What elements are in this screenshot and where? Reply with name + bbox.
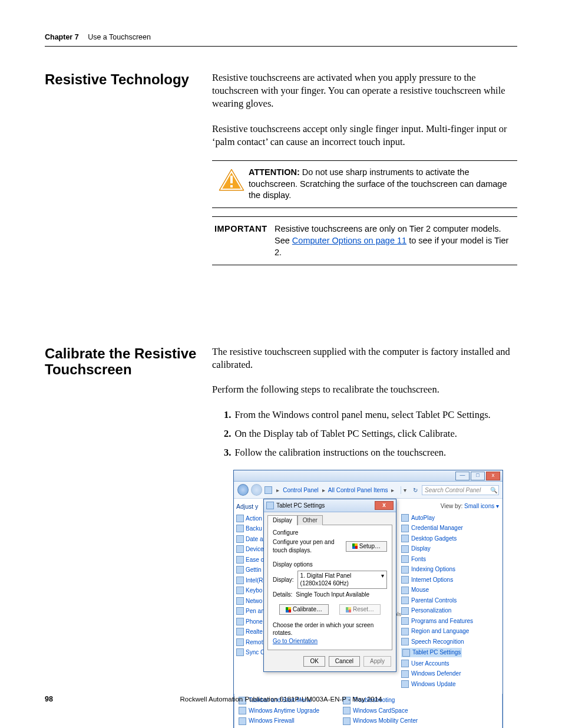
list-item[interactable]: Backu <box>236 525 262 533</box>
credential-icon <box>401 525 409 532</box>
list-item[interactable]: Credential Manager <box>401 524 499 532</box>
display-value: 1. Digital Flat Panel (1280x1024 60Hz) <box>300 572 381 588</box>
list-item[interactable]: Windows Defender <box>401 670 499 678</box>
list-item[interactable]: Personalization <box>401 607 499 615</box>
calibrate-button[interactable]: Calibrate… <box>279 604 329 615</box>
list-item[interactable]: Mouse <box>401 586 499 594</box>
computer-options-link[interactable]: Computer Options on page 11 <box>292 236 406 245</box>
list-item[interactable]: Action <box>236 515 262 523</box>
list-item[interactable]: Windows Mobility Center <box>343 717 418 725</box>
crumb-root[interactable]: Control Panel <box>283 487 319 493</box>
speech-icon <box>401 638 409 645</box>
list-item[interactable]: Programs and Features <box>401 617 499 625</box>
nav-forward-icon[interactable] <box>251 484 262 496</box>
details-value: Single Touch Input Available <box>296 591 369 599</box>
firewall-icon <box>239 717 246 725</box>
apply-button[interactable]: Apply <box>363 656 391 667</box>
adjust-heading: Adjust y <box>236 502 262 510</box>
configure-text: Configure your pen and touch displays. <box>273 538 342 554</box>
address-dropdown-icon[interactable]: ▾ <box>401 486 409 495</box>
list-item[interactable]: Realte <box>236 628 262 636</box>
parental-icon <box>401 597 409 604</box>
crumb-level2[interactable]: All Control Panel Items <box>328 487 388 493</box>
group-configure: Configure <box>273 529 387 537</box>
list-item[interactable]: Remot <box>236 638 262 647</box>
steps-list: 1.From the Windows control panel menu, s… <box>212 409 517 460</box>
defender-icon <box>401 670 409 678</box>
mobility-icon <box>343 717 351 725</box>
publication-line: Rockwell Automation Publication 6181P-UM… <box>0 695 562 704</box>
list-item[interactable]: Sync C <box>236 648 262 657</box>
internet-icon <box>401 576 409 584</box>
list-item[interactable]: Date a <box>236 535 262 543</box>
display-select[interactable]: 1. Digital Flat Panel (1280x1024 60Hz) ▾ <box>297 571 387 589</box>
remote-icon <box>236 638 244 646</box>
list-item[interactable]: Internet Options <box>401 576 499 584</box>
step-item: 3.Follow the calibration instructions on… <box>229 446 517 459</box>
tab-display[interactable]: Display <box>267 515 297 525</box>
ok-button[interactable]: OK <box>303 656 325 667</box>
list-item[interactable]: Device <box>236 545 262 554</box>
group-display-options: Display options <box>273 561 387 569</box>
list-item[interactable]: Indexing Options <box>401 565 499 574</box>
list-item-selected[interactable]: Tablet PC Settings <box>401 648 462 657</box>
list-item[interactable]: AutoPlay <box>401 514 499 522</box>
window-titlebar: — □ x <box>234 470 503 482</box>
control-panel-left-trunc: Adjust y Action Backu Date a Device Ease… <box>234 499 263 694</box>
maximize-icon[interactable]: □ <box>471 472 485 480</box>
list-item[interactable]: Fonts <box>401 555 499 564</box>
list-item[interactable]: Netwo <box>236 597 262 605</box>
refresh-icon[interactable]: ↻ <box>412 486 419 495</box>
autoplay-icon <box>401 514 409 522</box>
list-item[interactable]: Phone <box>236 618 262 626</box>
intel-icon <box>236 577 244 584</box>
search-input[interactable]: Search Control Panel 🔍 <box>422 485 499 496</box>
tablet-pc-settings-dialog: Tablet PC Settings x Display Other Confi… <box>263 499 396 672</box>
list-item[interactable]: Keybo <box>236 587 262 595</box>
list-item[interactable]: Display <box>401 545 499 553</box>
search-placeholder: Search Control Panel <box>425 487 481 493</box>
control-panel-right: View by: Small icons ▾ AutoPlay Credenti… <box>395 499 503 694</box>
dialog-close-icon[interactable]: x <box>375 501 394 510</box>
dialog-panel: Configure Configure your pen and touch d… <box>267 525 392 651</box>
list-item[interactable]: Desktop Gadgets <box>401 535 499 543</box>
list-item[interactable]: Windows CardSpace <box>343 707 418 715</box>
breadcrumb[interactable]: ▸ Control Panel ▸ All Control Panel Item… <box>275 486 396 495</box>
list-item[interactable]: User Accounts <box>401 660 499 668</box>
list-item[interactable]: Windows Firewall <box>239 717 319 725</box>
list-item[interactable]: Ease o <box>236 556 262 564</box>
getting-icon <box>236 566 244 574</box>
reset-button[interactable]: Reset… <box>339 604 381 615</box>
list-item[interactable]: Parental Controls <box>401 597 499 605</box>
update-icon <box>401 680 409 688</box>
step-text: Follow the calibration instructions on t… <box>234 447 446 458</box>
clock-icon <box>236 535 244 543</box>
go-to-orientation-link[interactable]: Go to Orientation <box>273 638 318 644</box>
anytime-icon <box>239 707 246 714</box>
list-item[interactable]: Windows Update <box>401 680 499 689</box>
list-item[interactable]: Intel(R <box>236 577 262 585</box>
setup-button[interactable]: Setup… <box>346 541 387 552</box>
dialog-footer: OK Cancel Apply <box>264 654 396 671</box>
close-icon[interactable]: x <box>486 472 500 480</box>
list-item[interactable]: Gettin <box>236 566 262 574</box>
attention-text: ATTENTION: Do not use sharp instruments … <box>249 167 513 202</box>
nav-back-icon[interactable] <box>237 484 249 496</box>
list-item[interactable]: Pen an <box>236 607 262 615</box>
viewby-value[interactable]: Small icons ▾ <box>464 503 499 509</box>
cancel-button[interactable]: Cancel <box>329 656 360 667</box>
minimize-icon[interactable]: — <box>455 472 470 480</box>
details-label: Details: <box>273 591 292 599</box>
list-item[interactable]: Region and Language <box>401 627 499 635</box>
chapter-title: Use a Touchscreen <box>88 33 151 41</box>
svg-rect-3 <box>230 185 233 187</box>
step-item: 1.From the Windows control panel menu, s… <box>229 409 517 421</box>
list-item[interactable]: Windows Anytime Upgrade <box>239 707 319 715</box>
tab-other[interactable]: Other <box>297 515 323 525</box>
pen-icon <box>236 607 244 615</box>
cardspace-icon <box>343 707 351 714</box>
device-icon <box>236 545 244 553</box>
gadgets-icon <box>401 535 409 542</box>
list-item[interactable]: Speech Recognition <box>401 638 499 646</box>
step-text: From the Windows control panel menu, sel… <box>234 409 490 420</box>
